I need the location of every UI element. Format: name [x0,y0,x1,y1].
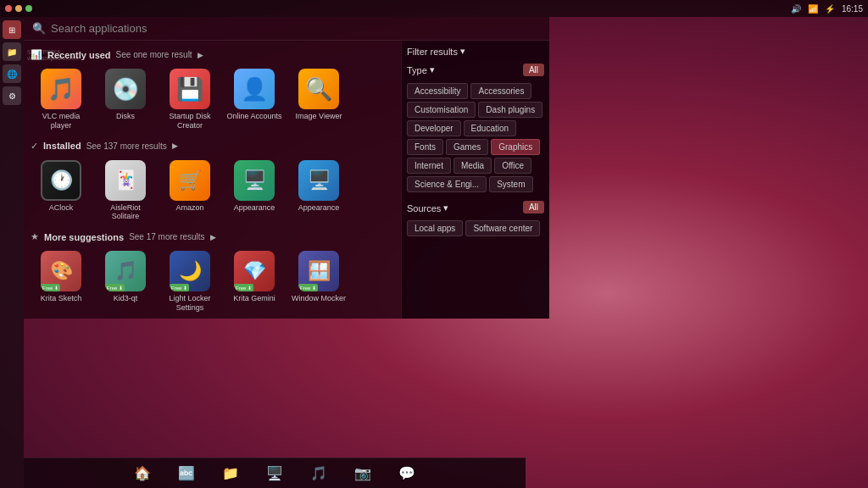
recently-used-more[interactable]: See one more result [116,50,192,59]
app-krita-gemini[interactable]: 💎 Free ⬇ Krita Gemini [224,247,285,316]
taskbar-time: 16:15 [842,4,863,14]
app-kid3[interactable]: 🎵 Free ⬇ Kid3-qt [95,247,156,316]
free-badge-window: Free ⬇ [298,284,318,291]
launcher-files-icon[interactable]: 📁 [3,42,21,61]
filter-education[interactable]: Education [464,120,516,136]
filter-header: Filter results ▾ [407,46,544,57]
suggestions-more-arrow: ▶ [210,233,216,241]
taskbar: 🔊 📶 ⚡ 16:15 [0,0,868,17]
app-window-mocker[interactable]: 🪟 Free ⬇ Window Mocker [288,247,349,316]
app-amazon[interactable]: 🛒 Amazon [159,157,220,225]
sources-all-button[interactable]: All [523,201,544,214]
launcher-settings-icon[interactable]: ⚙ [3,86,21,105]
filter-results-title[interactable]: Filter results ▾ [407,46,465,57]
app-label-vlc: VLC media player [32,112,90,130]
sources-filter-header: Sources ▾ All [407,201,544,214]
search-input[interactable] [51,22,541,35]
app-appearance[interactable]: 🖥️ Appearance [224,157,285,225]
app-label-image-viewer: Image Viewer [296,112,342,121]
recently-icon: 📊 [31,49,42,60]
taskbar-dot-red [5,5,12,12]
launcher-browser-icon[interactable]: 🌐 [3,64,21,83]
nav-files-icon[interactable]: 📁 [219,462,242,485]
app-icon-appearance2: 🖥️ [298,160,339,201]
type-all-button[interactable]: All [523,64,544,76]
installed-more-arrow: ▶ [172,141,178,150]
app-icon-disks: 💿 [105,69,146,109]
taskbar-dot-orange [15,5,22,12]
filter-games[interactable]: Games [446,139,488,155]
app-startup[interactable]: 💾 Startup Disk Creator [159,65,220,134]
app-appearance2[interactable]: 🖥️ Appearance [288,157,349,225]
suggestions-header: ★ More suggestions See 17 more results ▶ [31,231,394,242]
sources-chevron-icon: ▾ [443,202,448,214]
app-lightlocker[interactable]: 🌙 Free ⬇ Light Locker Settings [159,247,220,316]
filter-software-center[interactable]: Software center [465,220,540,236]
app-icon-kid3: 🎵 Free ⬇ [105,251,146,291]
apps-panel: 📊 Recently used See one more result ▶ 🎵 … [24,41,401,319]
installed-grid: 🕐 AClock 🃏 AisleRiot Solitaire 🛒 Amazon [31,157,394,225]
nav-photos-icon[interactable]: 📷 [351,462,375,485]
launcher-dash-icon[interactable]: ⊞ [3,20,21,39]
filter-local-apps[interactable]: Local apps [407,220,463,236]
app-disks[interactable]: 💿 Disks [95,65,156,134]
app-icon-startup: 💾 [170,69,210,109]
suggestions-more[interactable]: See 17 more results [129,232,205,241]
nav-home-icon[interactable]: 🏠 [131,462,154,485]
app-label-appearance2: Appearance [298,203,340,213]
app-aclock[interactable]: 🕐 AClock [31,157,92,225]
recently-used-title: Recently used [47,50,111,60]
app-label-disks: Disks [116,112,135,121]
filter-accessories[interactable]: Accessories [470,83,531,99]
taskbar-power-icon: ⚡ [825,4,835,14]
app-label-krita-sketch: Krita Sketch [41,294,82,303]
filter-office[interactable]: Office [494,158,531,174]
app-krita-sketch[interactable]: 🎨 Free ⬇ Krita Sketch [31,247,92,316]
app-label-kid3: Kid3-qt [114,294,138,303]
filter-internet[interactable]: Internet [407,158,451,174]
filter-graphics[interactable]: Graphics [491,139,540,155]
filter-fonts[interactable]: Fonts [407,139,443,155]
installed-header: ✓ Installed See 137 more results ▶ [31,141,394,152]
app-label-window-mocker: Window Mocker [292,294,346,303]
recently-used-grid: 🎵 VLC media player 💿 Disks 💾 Startup Dis… [31,65,394,134]
app-icon-image-viewer: 🔍 [298,69,339,109]
app-image-viewer[interactable]: 🔍 Image Viewer [288,65,349,134]
installed-icon: ✓ [31,141,38,152]
taskbar-right: 🔊 📶 ⚡ 16:15 [791,4,863,14]
app-label-accounts: Online Accounts [226,112,281,121]
filter-customisation[interactable]: Customisation [407,102,476,118]
suggestions-title: More suggestions [44,232,124,242]
app-icon-lightlocker: 🌙 Free ⬇ [170,251,210,291]
taskbar-network-icon: 📶 [808,4,818,14]
filter-developer[interactable]: Developer [407,120,461,136]
taskbar-dot-green [25,5,32,12]
nav-music-icon[interactable]: 🎵 [307,462,331,485]
app-accounts[interactable]: 👤 Online Accounts [224,65,285,134]
filter-media[interactable]: Media [453,158,492,174]
recently-used-header: 📊 Recently used See one more result ▶ [31,49,394,60]
installed-more[interactable]: See 137 more results [86,141,167,151]
filter-chevron-icon: ▾ [460,46,465,57]
sources-label[interactable]: Sources ▾ [407,202,448,214]
app-solitaire[interactable]: 🃏 AisleRiot Solitaire [95,157,156,225]
app-vlc[interactable]: 🎵 VLC media player [31,65,92,134]
free-badge-krita-gemini: Free ⬇ [234,284,253,291]
search-bar: 🔍 [24,17,549,41]
app-icon-solitaire: 🃏 [105,160,146,201]
filter-accessibility[interactable]: Accessibility [407,83,468,99]
nav-apps-icon[interactable]: 🔤 [175,462,198,485]
unity-dash: 🔍 📊 Recently used See one more result ▶ … [24,17,549,319]
filter-system[interactable]: System [489,176,532,192]
nav-social-icon[interactable]: 💬 [395,462,419,485]
free-badge-kid3: Free ⬇ [105,284,125,291]
dash-content: 📊 Recently used See one more result ▶ 🎵 … [24,41,549,319]
app-label-aclock: AClock [49,203,74,213]
type-filter-header: Type ▾ All [407,64,544,76]
source-filter-buttons: Local apps Software center [407,220,544,236]
filter-science[interactable]: Science & Engi... [407,176,487,192]
nav-video-icon[interactable]: 🖥️ [263,462,287,485]
app-icon-aclock: 🕐 [41,160,81,201]
type-label[interactable]: Type ▾ [407,64,435,75]
filter-dash-plugins[interactable]: Dash plugins [478,102,542,118]
